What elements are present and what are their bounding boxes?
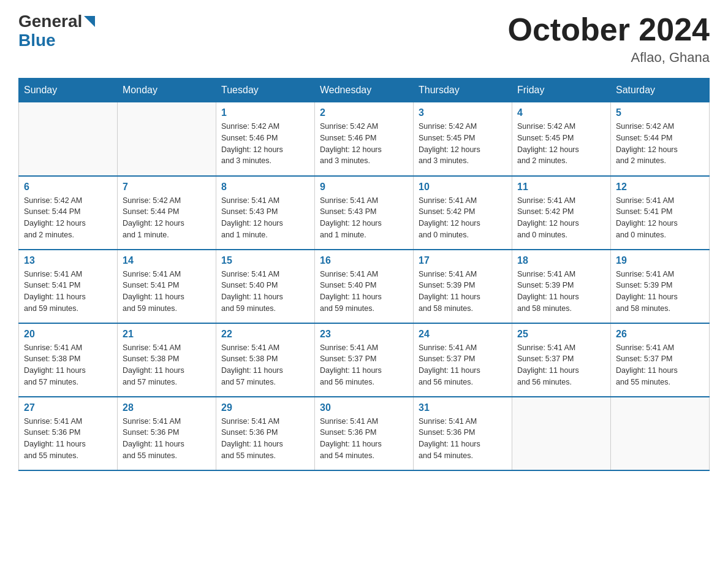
calendar-cell: 29Sunrise: 5:41 AM Sunset: 5:36 PM Dayli… — [216, 397, 315, 470]
day-number: 31 — [419, 402, 507, 413]
day-info: Sunrise: 5:41 AM Sunset: 5:38 PM Dayligh… — [123, 342, 211, 388]
location: Aflao, Ghana — [508, 50, 710, 66]
day-info: Sunrise: 5:41 AM Sunset: 5:39 PM Dayligh… — [616, 269, 704, 315]
day-info: Sunrise: 5:41 AM Sunset: 5:39 PM Dayligh… — [517, 269, 605, 315]
calendar-cell: 12Sunrise: 5:41 AM Sunset: 5:41 PM Dayli… — [611, 176, 710, 250]
calendar-cell: 16Sunrise: 5:41 AM Sunset: 5:40 PM Dayli… — [315, 250, 414, 323]
calendar-cell: 9Sunrise: 5:41 AM Sunset: 5:43 PM Daylig… — [315, 176, 414, 250]
calendar-cell — [19, 102, 118, 176]
day-number: 22 — [221, 329, 309, 340]
day-info: Sunrise: 5:41 AM Sunset: 5:36 PM Dayligh… — [24, 416, 112, 462]
calendar-header-row: SundayMondayTuesdayWednesdayThursdayFrid… — [19, 79, 710, 102]
header-sunday: Sunday — [19, 79, 118, 102]
day-number: 10 — [419, 182, 507, 193]
day-info: Sunrise: 5:41 AM Sunset: 5:42 PM Dayligh… — [517, 195, 605, 241]
calendar-cell: 17Sunrise: 5:41 AM Sunset: 5:39 PM Dayli… — [414, 250, 512, 323]
day-info: Sunrise: 5:41 AM Sunset: 5:37 PM Dayligh… — [616, 342, 704, 388]
day-number: 11 — [517, 182, 605, 193]
calendar-cell: 14Sunrise: 5:41 AM Sunset: 5:41 PM Dayli… — [118, 250, 216, 323]
day-info: Sunrise: 5:41 AM Sunset: 5:37 PM Dayligh… — [320, 342, 408, 388]
day-info: Sunrise: 5:41 AM Sunset: 5:36 PM Dayligh… — [320, 416, 408, 462]
day-number: 29 — [221, 402, 309, 413]
calendar-cell: 27Sunrise: 5:41 AM Sunset: 5:36 PM Dayli… — [19, 397, 118, 470]
calendar-table: SundayMondayTuesdayWednesdayThursdayFrid… — [18, 78, 710, 471]
day-info: Sunrise: 5:42 AM Sunset: 5:46 PM Dayligh… — [221, 121, 309, 167]
day-info: Sunrise: 5:42 AM Sunset: 5:45 PM Dayligh… — [517, 121, 605, 167]
day-info: Sunrise: 5:41 AM Sunset: 5:41 PM Dayligh… — [123, 269, 211, 315]
day-number: 16 — [320, 255, 408, 266]
calendar-cell: 10Sunrise: 5:41 AM Sunset: 5:42 PM Dayli… — [414, 176, 512, 250]
calendar-cell: 18Sunrise: 5:41 AM Sunset: 5:39 PM Dayli… — [512, 250, 611, 323]
week-row-4: 20Sunrise: 5:41 AM Sunset: 5:38 PM Dayli… — [19, 323, 710, 397]
calendar-cell: 7Sunrise: 5:42 AM Sunset: 5:44 PM Daylig… — [118, 176, 216, 250]
day-info: Sunrise: 5:42 AM Sunset: 5:44 PM Dayligh… — [123, 195, 211, 241]
header-tuesday: Tuesday — [216, 79, 315, 102]
header-saturday: Saturday — [611, 79, 710, 102]
calendar-cell: 28Sunrise: 5:41 AM Sunset: 5:36 PM Dayli… — [118, 397, 216, 470]
logo-blue: Blue — [18, 31, 56, 50]
day-info: Sunrise: 5:41 AM Sunset: 5:43 PM Dayligh… — [221, 195, 309, 241]
day-number: 4 — [517, 107, 605, 118]
day-info: Sunrise: 5:41 AM Sunset: 5:40 PM Dayligh… — [221, 269, 309, 315]
day-number: 7 — [123, 182, 211, 193]
day-number: 6 — [24, 182, 112, 193]
day-number: 28 — [123, 402, 211, 413]
day-info: Sunrise: 5:41 AM Sunset: 5:36 PM Dayligh… — [221, 416, 309, 462]
header-friday: Friday — [512, 79, 611, 102]
day-number: 17 — [419, 255, 507, 266]
day-number: 14 — [123, 255, 211, 266]
calendar-cell: 4Sunrise: 5:42 AM Sunset: 5:45 PM Daylig… — [512, 102, 611, 176]
calendar-cell — [118, 102, 216, 176]
day-number: 13 — [24, 255, 112, 266]
day-info: Sunrise: 5:41 AM Sunset: 5:36 PM Dayligh… — [123, 416, 211, 462]
day-number: 26 — [616, 329, 704, 340]
day-number: 23 — [320, 329, 408, 340]
week-row-3: 13Sunrise: 5:41 AM Sunset: 5:41 PM Dayli… — [19, 250, 710, 323]
day-info: Sunrise: 5:41 AM Sunset: 5:38 PM Dayligh… — [221, 342, 309, 388]
day-number: 18 — [517, 255, 605, 266]
week-row-2: 6Sunrise: 5:42 AM Sunset: 5:44 PM Daylig… — [19, 176, 710, 250]
calendar-cell: 11Sunrise: 5:41 AM Sunset: 5:42 PM Dayli… — [512, 176, 611, 250]
day-number: 25 — [517, 329, 605, 340]
day-number: 8 — [221, 182, 309, 193]
day-info: Sunrise: 5:41 AM Sunset: 5:41 PM Dayligh… — [616, 195, 704, 241]
page-header: General Blue October 2024 Aflao, Ghana — [18, 12, 710, 66]
calendar-cell: 8Sunrise: 5:41 AM Sunset: 5:43 PM Daylig… — [216, 176, 315, 250]
calendar-cell: 5Sunrise: 5:42 AM Sunset: 5:44 PM Daylig… — [611, 102, 710, 176]
calendar-cell: 13Sunrise: 5:41 AM Sunset: 5:41 PM Dayli… — [19, 250, 118, 323]
day-number: 9 — [320, 182, 408, 193]
calendar-cell: 25Sunrise: 5:41 AM Sunset: 5:37 PM Dayli… — [512, 323, 611, 397]
day-info: Sunrise: 5:42 AM Sunset: 5:45 PM Dayligh… — [419, 121, 507, 167]
week-row-1: 1Sunrise: 5:42 AM Sunset: 5:46 PM Daylig… — [19, 102, 710, 176]
calendar-cell: 30Sunrise: 5:41 AM Sunset: 5:36 PM Dayli… — [315, 397, 414, 470]
calendar-cell: 20Sunrise: 5:41 AM Sunset: 5:38 PM Dayli… — [19, 323, 118, 397]
calendar-cell — [611, 397, 710, 470]
calendar-cell: 1Sunrise: 5:42 AM Sunset: 5:46 PM Daylig… — [216, 102, 315, 176]
calendar-cell: 23Sunrise: 5:41 AM Sunset: 5:37 PM Dayli… — [315, 323, 414, 397]
title-block: October 2024 Aflao, Ghana — [508, 12, 710, 66]
calendar-cell: 24Sunrise: 5:41 AM Sunset: 5:37 PM Dayli… — [414, 323, 512, 397]
week-row-5: 27Sunrise: 5:41 AM Sunset: 5:36 PM Dayli… — [19, 397, 710, 470]
calendar-cell: 19Sunrise: 5:41 AM Sunset: 5:39 PM Dayli… — [611, 250, 710, 323]
header-monday: Monday — [118, 79, 216, 102]
svg-marker-0 — [84, 16, 95, 27]
calendar-cell — [512, 397, 611, 470]
day-info: Sunrise: 5:41 AM Sunset: 5:36 PM Dayligh… — [419, 416, 507, 462]
logo: General Blue — [18, 12, 95, 50]
day-number: 15 — [221, 255, 309, 266]
day-info: Sunrise: 5:41 AM Sunset: 5:41 PM Dayligh… — [24, 269, 112, 315]
day-number: 30 — [320, 402, 408, 413]
day-info: Sunrise: 5:41 AM Sunset: 5:37 PM Dayligh… — [419, 342, 507, 388]
calendar-cell: 2Sunrise: 5:42 AM Sunset: 5:46 PM Daylig… — [315, 102, 414, 176]
day-number: 1 — [221, 107, 309, 118]
calendar-cell: 6Sunrise: 5:42 AM Sunset: 5:44 PM Daylig… — [19, 176, 118, 250]
calendar-cell: 15Sunrise: 5:41 AM Sunset: 5:40 PM Dayli… — [216, 250, 315, 323]
day-number: 5 — [616, 107, 704, 118]
day-number: 12 — [616, 182, 704, 193]
day-info: Sunrise: 5:41 AM Sunset: 5:43 PM Dayligh… — [320, 195, 408, 241]
header-wednesday: Wednesday — [315, 79, 414, 102]
day-info: Sunrise: 5:41 AM Sunset: 5:39 PM Dayligh… — [419, 269, 507, 315]
logo-general: General — [18, 12, 82, 31]
day-number: 2 — [320, 107, 408, 118]
day-info: Sunrise: 5:41 AM Sunset: 5:38 PM Dayligh… — [24, 342, 112, 388]
